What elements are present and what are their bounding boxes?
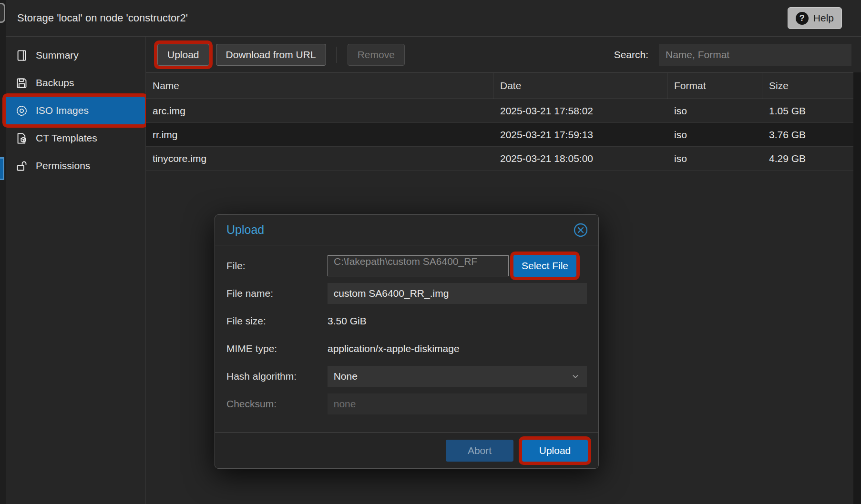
sidebar-item-summary[interactable]: Summary bbox=[6, 41, 145, 69]
help-button[interactable]: ? Help bbox=[788, 7, 842, 29]
dialog-title: Upload bbox=[226, 223, 573, 237]
floppy-icon bbox=[15, 77, 28, 90]
field-row-filesize: File size: 3.50 GiB bbox=[226, 307, 587, 335]
toolbar: Upload Download from URL Remove Search: bbox=[146, 37, 861, 72]
download-from-url-button[interactable]: Download from URL bbox=[216, 44, 326, 66]
disc-icon bbox=[15, 104, 28, 117]
unlock-icon bbox=[15, 160, 28, 172]
close-icon[interactable] bbox=[573, 222, 589, 238]
ct-template-icon bbox=[15, 132, 28, 145]
field-row-hash: Hash algorithm: None bbox=[226, 363, 587, 390]
hash-algorithm-select[interactable]: None bbox=[328, 366, 587, 387]
sidebar-item-label: Summary bbox=[36, 50, 79, 61]
cell-format: iso bbox=[667, 147, 762, 170]
file-size-value: 3.50 GiB bbox=[328, 315, 367, 327]
cell-size: 3.76 GB bbox=[762, 123, 854, 146]
sidebar-item-iso-images[interactable]: ISO Images bbox=[6, 97, 145, 124]
file-table: Name Date Format Size arc.img 2025-03-21… bbox=[146, 72, 854, 171]
abort-button: Abort bbox=[446, 440, 513, 462]
checksum-input bbox=[328, 393, 587, 414]
dialog-upload-button[interactable]: Upload bbox=[522, 440, 588, 462]
sidebar-item-label: Permissions bbox=[36, 160, 90, 171]
window-header: Storage 'local' on node 'constructor2' ?… bbox=[6, 0, 861, 37]
table-row[interactable]: tinycore.img 2025-03-21 18:05:00 iso 4.2… bbox=[146, 147, 854, 171]
table-row[interactable]: rr.img 2025-03-21 17:59:13 iso 3.76 GB bbox=[146, 123, 854, 147]
sidebar-item-backups[interactable]: Backups bbox=[6, 69, 145, 97]
checksum-label: Checksum: bbox=[226, 398, 328, 410]
cell-date: 2025-03-21 18:05:00 bbox=[493, 147, 667, 170]
file-name-input[interactable] bbox=[328, 283, 587, 304]
field-row-filename: File name: bbox=[226, 280, 587, 307]
cell-size: 1.05 GB bbox=[762, 99, 854, 122]
cell-name: rr.img bbox=[146, 123, 493, 146]
remove-button: Remove bbox=[348, 44, 405, 66]
hash-algorithm-label: Hash algorithm: bbox=[226, 371, 328, 382]
vertical-scrollbar[interactable] bbox=[853, 72, 861, 504]
panel-collapse-handle[interactable] bbox=[0, 3, 5, 23]
upload-button[interactable]: Upload bbox=[157, 44, 209, 66]
mime-type-label: MIME type: bbox=[226, 343, 328, 354]
cell-date: 2025-03-21 17:59:13 bbox=[493, 123, 667, 146]
search-input[interactable] bbox=[659, 44, 851, 66]
cell-format: iso bbox=[667, 123, 762, 146]
file-label: File: bbox=[226, 260, 328, 272]
sidebar-item-ct-templates[interactable]: CT Templates bbox=[6, 124, 145, 152]
sidebar: Summary Backups ISO Images CT Templates … bbox=[6, 37, 145, 504]
sidebar-item-permissions[interactable]: Permissions bbox=[6, 152, 145, 180]
field-row-file: File: C:\fakepath\custom SA6400_RF Selec… bbox=[226, 252, 587, 280]
cell-date: 2025-03-21 17:58:02 bbox=[493, 99, 667, 122]
dialog-footer: Abort Upload bbox=[215, 432, 598, 468]
collapsed-panel-strip bbox=[0, 0, 6, 504]
field-row-checksum: Checksum: bbox=[226, 390, 587, 418]
toolbar-separator bbox=[337, 47, 337, 63]
search-zone: Search: bbox=[614, 44, 861, 66]
select-file-button[interactable]: Select File bbox=[513, 255, 576, 277]
cell-size: 4.29 GB bbox=[762, 147, 854, 170]
column-header-size[interactable]: Size bbox=[762, 73, 854, 99]
column-header-name[interactable]: Name bbox=[146, 73, 493, 99]
page-title: Storage 'local' on node 'constructor2' bbox=[17, 12, 788, 24]
table-header-row: Name Date Format Size bbox=[146, 72, 854, 99]
sidebar-item-label: Backups bbox=[36, 77, 74, 89]
dialog-header[interactable]: Upload bbox=[215, 215, 598, 245]
file-path-field: C:\fakepath\custom SA6400_RF bbox=[328, 255, 509, 276]
field-row-mime: MIME type: application/x-apple-diskimage bbox=[226, 335, 587, 363]
cell-name: arc.img bbox=[146, 99, 493, 122]
cell-name: tinycore.img bbox=[146, 147, 493, 170]
file-size-label: File size: bbox=[226, 315, 328, 327]
help-button-label: Help bbox=[813, 12, 834, 24]
hidden-selected-item-edge bbox=[0, 157, 4, 180]
mime-type-value: application/x-apple-diskimage bbox=[328, 343, 460, 354]
hash-algorithm-value: None bbox=[334, 371, 358, 382]
question-circle-icon: ? bbox=[796, 12, 809, 25]
upload-dialog: Upload File: C:\fakepath\custom SA6400_R… bbox=[215, 214, 599, 469]
cell-format: iso bbox=[667, 99, 762, 122]
chevron-down-icon bbox=[570, 371, 581, 382]
book-icon bbox=[15, 49, 28, 62]
sidebar-item-label: ISO Images bbox=[36, 105, 89, 116]
dialog-body: File: C:\fakepath\custom SA6400_RF Selec… bbox=[215, 245, 598, 432]
table-row[interactable]: arc.img 2025-03-21 17:58:02 iso 1.05 GB bbox=[146, 99, 854, 123]
table-body: arc.img 2025-03-21 17:58:02 iso 1.05 GB … bbox=[146, 99, 854, 171]
column-header-format[interactable]: Format bbox=[667, 73, 762, 99]
column-header-date[interactable]: Date bbox=[493, 73, 667, 99]
search-label: Search: bbox=[614, 49, 648, 60]
sidebar-item-label: CT Templates bbox=[36, 132, 97, 144]
file-name-label: File name: bbox=[226, 288, 328, 299]
